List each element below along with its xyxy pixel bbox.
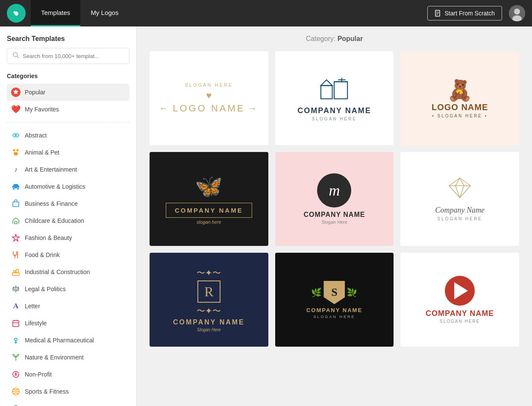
sidebar-item-non-profit[interactable]: Non-Profit (7, 366, 129, 383)
logo8-wreath-shield: 🌿 S 🌿 (311, 281, 357, 304)
start-from-scratch-button[interactable]: Start From Scratch (427, 6, 502, 20)
sidebar-item-business-finance-label: Business & Finance (25, 200, 78, 207)
logo7-crest-box: R (197, 280, 220, 303)
logo1-slogan-text: SLOGAN HERE (185, 82, 233, 88)
logo8-slogan-text: SLOGAN HERE (313, 315, 355, 319)
svg-point-33 (15, 338, 17, 341)
sidebar-item-lifestyle[interactable]: Lifestyle (7, 315, 129, 332)
technology-communication-icon (11, 404, 21, 406)
main-layout: Search Templates Categories Popular ❤️ (0, 26, 532, 406)
category-label: Category: (306, 35, 335, 42)
logo1-name-text: ←LOGO NAME→ (159, 103, 259, 114)
industrial-construction-icon (11, 267, 21, 277)
sidebar-item-animal-pet[interactable]: Animal & Pet (7, 144, 129, 161)
medical-icon (11, 336, 21, 345)
logo7-slogan-text: Slogan Here (197, 327, 221, 332)
sidebar-item-art-entertainment[interactable]: ♪ Art & Entertainment (7, 161, 129, 178)
template-card-7[interactable]: 〜✦〜 R 〜✦〜 COMPANY NAME Slogan Here (150, 253, 268, 347)
logo4-company-name: COMPANY NAME (175, 207, 243, 214)
tab-templates[interactable]: Templates (31, 0, 80, 26)
sidebar-item-legal-politics[interactable]: Legal & Politics (7, 280, 129, 298)
svg-rect-43 (321, 85, 332, 99)
svg-marker-49 (449, 178, 470, 198)
logo8-company-name: COMPANY NAME (306, 307, 362, 313)
logo5-m-circle: m (317, 173, 351, 207)
sidebar-item-industrial-construction-label: Industrial & Construction (25, 269, 90, 275)
food-drink-icon (11, 250, 21, 260)
svg-rect-19 (13, 202, 19, 207)
sidebar-item-my-favorites-label: My Favorites (25, 106, 59, 113)
logo4-slogan-text: slogan here (197, 219, 221, 225)
sidebar-item-lifestyle-label: Lifestyle (25, 320, 47, 327)
art-entertainment-icon: ♪ (11, 165, 21, 174)
svg-point-13 (13, 149, 15, 152)
sidebar-item-automotive[interactable]: Automotive & Logistics (7, 178, 129, 195)
tab-my-logos[interactable]: My Logos (80, 0, 129, 26)
sports-fitness-icon (11, 387, 21, 396)
sidebar-item-industrial-construction[interactable]: Industrial & Construction (7, 263, 129, 280)
sidebar-item-legal-politics-label: Legal & Politics (25, 286, 66, 292)
svg-rect-26 (16, 269, 18, 273)
search-templates-title: Search Templates (7, 35, 129, 43)
logo1-heart-icon: ♥ (206, 90, 212, 101)
logo2-building-icon (317, 76, 351, 103)
svg-point-7 (514, 9, 520, 15)
childcare-education-icon (11, 216, 21, 225)
logo9-play-icon (454, 282, 468, 299)
non-profit-icon (11, 370, 21, 379)
category-header: Category: Popular (150, 35, 519, 43)
categories-title: Categories (7, 73, 129, 79)
template-card-3[interactable]: 🧸 LOGO NAME • SLOGAN HERE • (400, 51, 519, 145)
sidebar-item-medical[interactable]: Medical & Pharmaceutical (7, 332, 129, 349)
logo6-slogan-text: SLOGAN HERE (438, 216, 482, 221)
template-card-5[interactable]: m COMPANY NAME Slogan Here (275, 152, 394, 246)
logo8-shield-letter: S (331, 286, 337, 299)
logo5-m-letter: m (329, 181, 340, 199)
svg-rect-24 (12, 273, 19, 275)
svg-point-17 (13, 188, 15, 190)
sidebar-item-business-finance[interactable]: Business & Finance (7, 195, 129, 212)
app-logo[interactable] (7, 4, 26, 23)
search-input[interactable] (23, 53, 124, 59)
sidebar: Search Templates Categories Popular ❤️ (0, 26, 137, 406)
sidebar-item-childcare-education-label: Childcare & Education (25, 217, 84, 224)
sidebar-item-technology-communication[interactable]: Technology & Communication (7, 400, 129, 406)
logo8-wreath-left: 🌿 (311, 287, 322, 298)
svg-rect-29 (13, 321, 19, 327)
sidebar-item-nature[interactable]: Nature & Environment (7, 349, 129, 366)
svg-line-10 (17, 56, 19, 58)
template-card-4[interactable]: 🦋 COMPANY NAME slogan here (150, 152, 268, 246)
sidebar-item-childcare-education[interactable]: Childcare & Education (7, 212, 129, 229)
logo2-company-name: COMPANY NAME (297, 106, 371, 115)
sidebar-item-food-drink-label: Food & Drink (25, 251, 60, 258)
template-card-6[interactable]: Company Name SLOGAN HERE (400, 152, 519, 246)
logo7-company-name: COMPANY NAME (173, 318, 245, 326)
sidebar-item-abstract[interactable]: Abstract (7, 127, 129, 144)
logo8-wreath-right: 🌿 (347, 287, 357, 298)
logo3-bear-icon: 🧸 (447, 79, 473, 102)
sidebar-item-letter-label: Letter (25, 303, 40, 310)
sidebar-item-sports-fitness[interactable]: Sports & Fitness (7, 383, 129, 400)
template-card-9[interactable]: COMPANY NAME SLOGAN HERE (400, 253, 519, 347)
logo4-butterfly-icon: 🦋 (195, 173, 223, 199)
user-avatar[interactable] (509, 5, 525, 21)
sidebar-item-fashion-beauty[interactable]: Fashion & Beauty (7, 229, 129, 246)
sidebar-item-popular[interactable]: Popular (7, 84, 129, 101)
sidebar-item-food-drink[interactable]: Food & Drink (7, 246, 129, 263)
template-card-1[interactable]: SLOGAN HERE ♥ ←LOGO NAME→ (150, 51, 268, 145)
template-card-8[interactable]: 🌿 S 🌿 COMPANY NAME SLOGAN HERE (275, 253, 394, 347)
search-box[interactable] (7, 48, 129, 64)
svg-point-15 (14, 152, 18, 155)
template-card-2[interactable]: COMPANY NAME SLOGAN HERE (275, 51, 394, 145)
legal-politics-icon (11, 284, 21, 294)
svg-point-14 (17, 149, 19, 152)
svg-point-18 (17, 188, 19, 190)
sidebar-item-letter[interactable]: A Letter (7, 298, 129, 315)
svg-rect-45 (334, 82, 347, 99)
svg-point-1 (14, 12, 16, 14)
sidebar-item-my-favorites[interactable]: ❤️ My Favorites (7, 101, 129, 118)
svg-rect-20 (15, 222, 17, 224)
logo8-content: 🌿 S 🌿 COMPANY NAME SLOGAN HERE (306, 281, 362, 319)
logo7-ornament: 〜✦〜 (197, 267, 221, 279)
logo2-slogan-text: SLOGAN HERE (312, 117, 357, 121)
